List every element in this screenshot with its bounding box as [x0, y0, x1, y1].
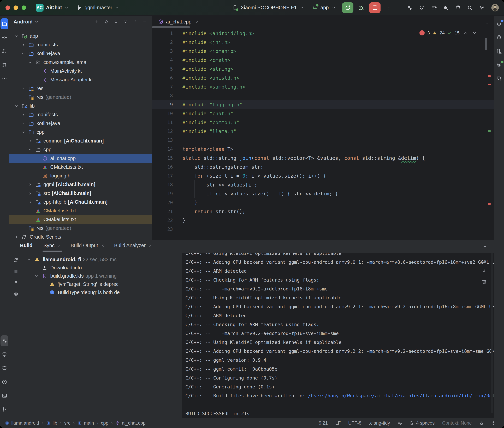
- error-stripe-mark[interactable]: [488, 84, 491, 85]
- rerun-app-button[interactable]: [342, 2, 353, 13]
- tree-item-logging-h[interactable]: logging.h: [9, 172, 152, 180]
- build-options-button[interactable]: [469, 243, 477, 250]
- apply-changes-button[interactable]: [417, 3, 427, 13]
- tree-item-common[interactable]: common[AiChat.lib.main]: [9, 137, 152, 145]
- chevron-down-icon[interactable]: [14, 34, 21, 38]
- settings-button[interactable]: [477, 3, 487, 13]
- vcs-stripe-mark[interactable]: [488, 130, 491, 132]
- status-formatter[interactable]: [398, 421, 402, 425]
- tree-item-cpp-httplib[interactable]: cpp-httplib[AiChat.lib.main]: [9, 198, 152, 206]
- chevron-down-icon[interactable]: [28, 60, 35, 65]
- run-config-selector[interactable]: app: [309, 5, 339, 11]
- tree-item-kotlin-java[interactable]: kotlin+java: [9, 119, 152, 128]
- hide-panel-button[interactable]: [140, 18, 149, 26]
- tool-problems-button[interactable]: [0, 377, 9, 387]
- tree-item-messageadapter-kt[interactable]: MessageAdapter.kt: [9, 75, 152, 84]
- tree-item-ggml[interactable]: ggml[AiChat.lib.main]: [9, 180, 152, 189]
- tree-item-src[interactable]: src[AiChat.lib.main]: [9, 189, 152, 198]
- breadcrumb-llama-android[interactable]: llama.android: [5, 420, 39, 426]
- tree-item-lib[interactable]: lib: [9, 102, 152, 110]
- status-error-circle[interactable]: [491, 421, 496, 425]
- options-button[interactable]: [131, 18, 140, 26]
- gradle-panel-button[interactable]: [494, 32, 504, 43]
- chevron-right-icon[interactable]: [28, 139, 35, 143]
- notifications-button[interactable]: [494, 18, 504, 29]
- status-lf[interactable]: LF: [335, 420, 341, 426]
- tree-item-kotlin-java[interactable]: kotlin+java: [9, 49, 152, 58]
- build-tree-item-jvmtarget-string-is-deprec[interactable]: 'jvmTarget: String' is deprec: [23, 280, 182, 288]
- chevron-right-icon[interactable]: [21, 113, 28, 117]
- tree-item-res[interactable]: res: [9, 84, 152, 93]
- build-hide-button[interactable]: [481, 243, 489, 250]
- tool-pull-requests-button[interactable]: [0, 59, 9, 70]
- close-window-button[interactable]: [6, 6, 10, 10]
- build-console[interactable]: C/C++: -- Using KleidiAI optimized kerne…: [182, 253, 494, 418]
- breadcrumb-ai-chat-cpp[interactable]: Cai_chat.cpp: [115, 420, 145, 426]
- tool-commit-button[interactable]: [0, 32, 9, 43]
- vertical-scrollbar[interactable]: [485, 38, 487, 50]
- build-panel-title[interactable]: Build: [20, 243, 33, 248]
- tool-structure-button[interactable]: [0, 46, 9, 57]
- chevron-right-icon[interactable]: [28, 191, 35, 196]
- build-tab-sync[interactable]: Sync: [43, 243, 61, 252]
- build-tab-build-analyzer[interactable]: Build Analyzer: [114, 243, 152, 252]
- tree-item-app[interactable]: app: [9, 32, 152, 41]
- tool-build-button[interactable]: [0, 335, 9, 346]
- tree-item-com-example-llama[interactable]: com.example.llama: [9, 58, 152, 67]
- build-tree-item-build-gradle-kts[interactable]: build.gradle.ktsapp 1 warning: [23, 272, 182, 280]
- chevron-right-icon[interactable]: [28, 182, 35, 187]
- tab-ai-chat-cpp[interactable]: C ai_chat.cpp: [158, 19, 199, 25]
- gradle-sync-button[interactable]: [453, 3, 463, 13]
- build-tree-item-llama-android-fi[interactable]: llama.android: fi22 sec, 583 ms: [23, 255, 182, 263]
- tree-item-cmakelists-txt[interactable]: CMakeLists.txt: [9, 163, 152, 172]
- avatar[interactable]: [491, 3, 500, 12]
- chevron-right-icon[interactable]: [21, 121, 28, 126]
- tree-item-mainactivity-kt[interactable]: MainActivity.kt: [9, 67, 152, 75]
- device-selector[interactable]: Xiaomi POCOPHONE F1: [229, 5, 307, 11]
- build-stop-button[interactable]: [11, 267, 20, 276]
- tree-item-res[interactable]: res(generated): [9, 93, 152, 102]
- build-tree-item-download-info[interactable]: Download info: [23, 263, 182, 272]
- chevron-right-icon[interactable]: [21, 43, 28, 47]
- chevron-right-icon[interactable]: [28, 200, 35, 204]
- close-tab-icon[interactable]: [57, 244, 61, 247]
- stop-app-button[interactable]: [369, 2, 381, 13]
- breadcrumb-lib[interactable]: lib: [46, 420, 57, 426]
- add-button[interactable]: [92, 18, 101, 26]
- tree-item-res[interactable]: res(generated): [9, 224, 152, 233]
- apply-code-changes-button[interactable]: [428, 3, 439, 13]
- tool-version-control-button[interactable]: [0, 404, 9, 415]
- chevron-down-icon[interactable]: [14, 104, 21, 108]
- build-project-button[interactable]: [405, 3, 415, 13]
- tool-quality-insights-button[interactable]: [0, 349, 9, 360]
- soft-wrap-button[interactable]: [480, 257, 488, 265]
- tree-item-manifests[interactable]: manifests: [9, 110, 152, 119]
- code-area[interactable]: 1#include <android/log.h>2#include <jni.…: [152, 29, 494, 234]
- tool-project-button[interactable]: [0, 18, 9, 29]
- chevron-down-icon[interactable]: [21, 51, 28, 56]
- tool-more-button[interactable]: [0, 73, 9, 84]
- error-stripe-mark[interactable]: [488, 203, 491, 205]
- chevron-right-icon[interactable]: [21, 86, 28, 91]
- tree-item-ai-chat-cpp[interactable]: Cai_chat.cpp: [9, 154, 152, 163]
- scroll-end-button[interactable]: [480, 268, 488, 275]
- zoom-window-button[interactable]: [22, 6, 26, 10]
- minimize-window-button[interactable]: [14, 6, 18, 10]
- build-pin-button[interactable]: [11, 278, 20, 287]
- build-restart-button[interactable]: [11, 256, 20, 265]
- branch-selector[interactable]: ggml-master: [73, 2, 123, 13]
- build-tab-build-output[interactable]: Build Output: [71, 243, 105, 252]
- chevron-right-icon[interactable]: [14, 235, 21, 239]
- tree-item-manifests[interactable]: manifests: [9, 41, 152, 49]
- error-stripe-mark[interactable]: [488, 75, 491, 77]
- chevron-down-icon[interactable]: [26, 257, 34, 262]
- project-selector[interactable]: AC AiChat: [32, 2, 73, 13]
- project-view-selector[interactable]: Android: [14, 19, 33, 25]
- chevron-down-icon[interactable]: [21, 130, 28, 134]
- breadcrumb-main[interactable]: main: [77, 420, 94, 426]
- status-utf-8[interactable]: UTF-8: [348, 420, 361, 426]
- status-clang-tidy[interactable]: .clang-tidy: [369, 420, 390, 426]
- gemini-button[interactable]: [494, 73, 504, 84]
- breadcrumb-cpp[interactable]: cpp: [101, 420, 108, 426]
- expand-all-button[interactable]: [111, 18, 120, 26]
